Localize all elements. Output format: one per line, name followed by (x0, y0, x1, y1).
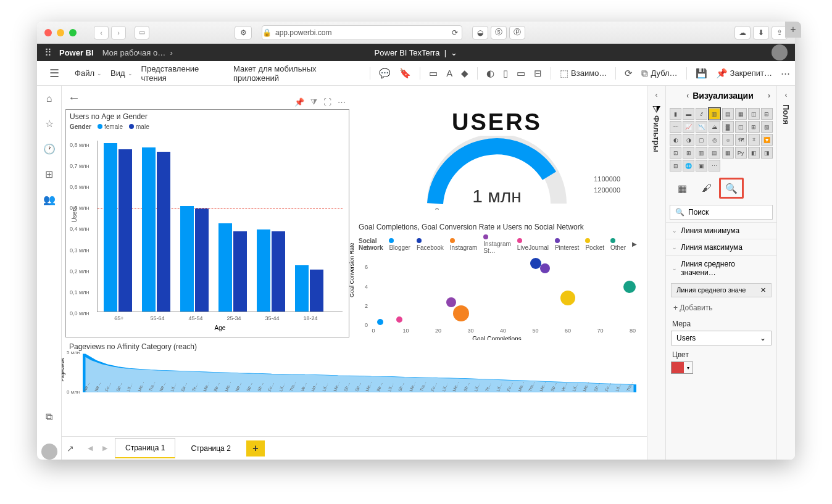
viz-type-icon[interactable]: Py (735, 147, 747, 159)
shared-icon[interactable]: 👥 (43, 194, 56, 205)
page-tab-1[interactable]: Страница 1 (115, 438, 175, 458)
viz-type-icon[interactable]: ▬ (683, 108, 694, 120)
line-avg-section[interactable]: ⌄Линия среднего значени… (666, 255, 776, 281)
browser-forward[interactable]: › (111, 26, 126, 39)
viz-type-icon[interactable]: ◫ (748, 108, 760, 120)
viz-type-icon[interactable]: ◨ (761, 147, 773, 159)
viz-type-icon[interactable]: ◑ (683, 134, 694, 146)
visual1-icon[interactable]: ◐ (486, 68, 494, 79)
line-max-section[interactable]: ⌄Линия максимума (666, 239, 776, 255)
viz-type-icon[interactable]: ⋯ (709, 160, 720, 171)
visual4-icon[interactable]: ⊟ (534, 68, 542, 79)
viz-type-icon[interactable]: ▓ (722, 121, 734, 133)
viz-type-icon[interactable]: ◎ (709, 134, 720, 146)
viz-type-icon[interactable]: 🗺 (735, 134, 747, 146)
viz-type-icon[interactable]: ▢ (696, 134, 707, 146)
viz-type-icon[interactable]: ▧ (761, 121, 773, 133)
viz-type-icon[interactable]: ▣ (696, 160, 707, 171)
analytics-tab-icon[interactable]: 🔍 (719, 178, 744, 199)
download-icon[interactable]: ⬇ (753, 26, 769, 39)
scatter-visual[interactable]: Goal Completions, Goal Conversion Rate и… (355, 220, 639, 344)
sidebar-toggle[interactable]: ▭ (135, 26, 149, 39)
avatar[interactable] (772, 44, 788, 60)
cloud-icon[interactable]: ☁ (734, 26, 751, 39)
focus-visual-icon[interactable]: ⛶ (323, 97, 331, 107)
viz-type-icon[interactable]: ▥ (696, 147, 707, 159)
comment-icon[interactable]: 💬 (379, 68, 391, 79)
viz-type-icon[interactable]: 📉 (696, 121, 707, 133)
viz-type-icon[interactable]: ⊞ (748, 121, 760, 133)
viz-panel-header[interactable]: ‹ Визуализации › (666, 86, 776, 105)
extension-pocket-icon[interactable]: ◒ (472, 26, 488, 39)
viz-type-icon[interactable]: ⊟ (761, 108, 773, 120)
add-line-button[interactable]: + Добавить (666, 300, 776, 316)
color-picker[interactable]: ▾ (671, 361, 693, 374)
page-next[interactable]: ▶ (100, 444, 110, 452)
measure-dropdown[interactable]: Users⌄ (671, 331, 772, 345)
menu-view[interactable]: Вид⌄ (110, 68, 133, 78)
viz-type-icon[interactable]: ⌗ (748, 134, 760, 146)
filter-visual-icon[interactable]: ⧩ (310, 97, 317, 107)
shapes-icon[interactable]: ◆ (461, 68, 468, 79)
favorites-icon[interactable]: ☆ (45, 118, 54, 130)
viz-type-icon[interactable]: ▤ (722, 108, 734, 120)
refresh-icon[interactable]: ⟳ (625, 68, 633, 79)
report-canvas[interactable]: ← 📌 ⧩ ⛶ ⋯ Users по Age и Gender Gender f… (62, 86, 647, 460)
maximize-window[interactable] (69, 29, 77, 36)
brand[interactable]: Power BI (59, 48, 94, 57)
bookmark-icon[interactable]: 🔖 (399, 68, 411, 79)
interactions[interactable]: ⬚Взаимо… (560, 68, 607, 79)
home-icon[interactable]: ⌂ (46, 93, 52, 104)
minimize-window[interactable] (57, 29, 64, 36)
viz-type-icon[interactable]: 🌐 (683, 160, 694, 171)
viz-type-icon[interactable]: 〰 (670, 121, 681, 133)
viz-type-icon[interactable]: ▥ (709, 108, 720, 120)
user-avatar-small[interactable] (41, 444, 57, 460)
app-launcher-icon[interactable]: ⠿ (44, 47, 52, 59)
pin[interactable]: 📌Закрепит… (716, 68, 773, 79)
textbox-icon[interactable]: ▭ (429, 68, 438, 79)
viz-type-icon[interactable]: 📈 (683, 121, 694, 133)
extension-icon[interactable]: ⓢ (491, 26, 507, 39)
line-min-section[interactable]: ⌄Линия минимума (666, 222, 776, 239)
viz-type-icon[interactable]: ⌾ (722, 134, 734, 146)
remove-chip-icon[interactable]: ✕ (760, 286, 766, 294)
add-page-button[interactable]: + (246, 440, 265, 456)
viz-type-icon[interactable]: ▤ (709, 147, 720, 159)
breadcrumb[interactable]: Моя рабочая о… › (102, 48, 173, 57)
page-tab-2[interactable]: Страница 2 (180, 439, 241, 458)
viz-type-icon[interactable]: ▮ (670, 108, 681, 120)
viz-type-icon[interactable]: ⛰ (709, 121, 720, 133)
viz-type-icon[interactable]: ◐ (670, 134, 681, 146)
save-icon[interactable]: 💾 (696, 68, 707, 79)
viz-type-icon[interactable]: ▦ (735, 108, 747, 120)
area-visual[interactable]: Pageviews по Affinity Category (reach) P… (65, 340, 639, 411)
bar-chart-visual[interactable]: 📌 ⧩ ⛶ ⋯ Users по Age и Gender Gender fem… (65, 109, 349, 337)
report-title[interactable]: Power BI TexTerra | ⌄ (375, 48, 458, 57)
page-prev[interactable]: ◀ (85, 444, 95, 452)
viz-type-icon[interactable]: ⊟ (670, 160, 681, 171)
duplicate[interactable]: ⧉Дубл… (641, 68, 677, 79)
viz-type-icon[interactable]: ▦ (722, 147, 734, 159)
viz-type-icon[interactable]: ◧ (748, 147, 760, 159)
workspaces-icon[interactable]: ⧉ (46, 411, 52, 423)
avg-line-chip[interactable]: Линия среднего значе✕ (671, 283, 772, 297)
recent-icon[interactable]: 🕐 (43, 143, 56, 155)
more-icon[interactable]: ⋯ (781, 68, 790, 79)
reading-view[interactable]: Представление чтения (141, 64, 225, 83)
mobile-layout[interactable]: Макет для мобильных приложений (233, 64, 361, 83)
viz-type-icon[interactable]: ⫽ (696, 108, 707, 120)
apps-icon[interactable]: ⊞ (45, 168, 53, 180)
address-bar[interactable]: 🔒app.powerbi.com ⟳ (262, 25, 462, 40)
pin-visual-icon[interactable]: 📌 (294, 97, 304, 107)
viz-type-icon[interactable]: ⊡ (670, 147, 681, 159)
viz-type-icon[interactable]: ⊞ (683, 147, 694, 159)
search-input[interactable]: 🔍 Поиск (670, 205, 773, 220)
close-window[interactable] (44, 29, 52, 36)
back-arrow-icon[interactable]: ← (68, 91, 80, 105)
viz-type-icon[interactable]: 🔽 (761, 134, 773, 146)
more-visual-icon[interactable]: ⋯ (338, 97, 346, 107)
viz-type-icon[interactable]: ◫ (735, 121, 747, 133)
visual3-icon[interactable]: ▭ (517, 68, 525, 79)
filters-panel-collapsed[interactable]: ‹ ⧩ Фильтры (647, 86, 665, 460)
